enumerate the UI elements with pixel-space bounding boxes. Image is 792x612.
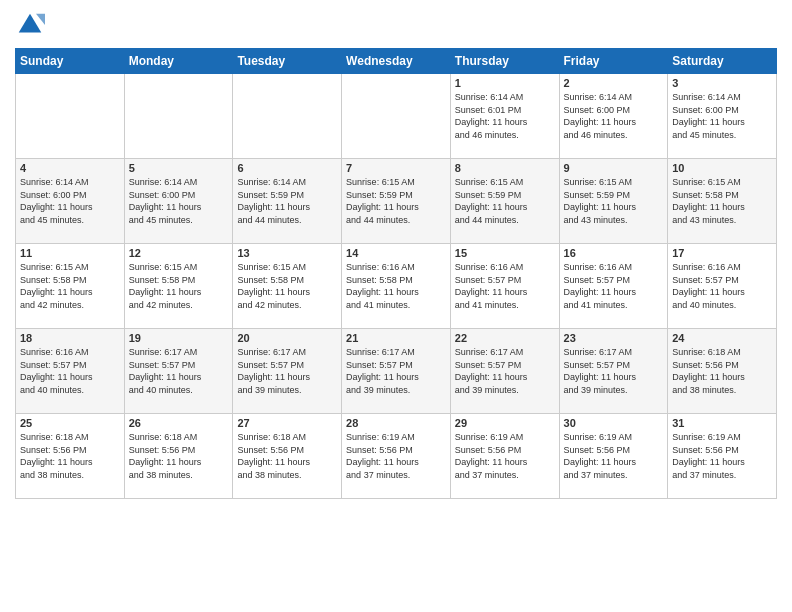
calendar-cell bbox=[124, 74, 233, 159]
day-number: 28 bbox=[346, 417, 446, 429]
day-number: 10 bbox=[672, 162, 772, 174]
calendar-cell: 13Sunrise: 6:15 AM Sunset: 5:58 PM Dayli… bbox=[233, 244, 342, 329]
day-number: 29 bbox=[455, 417, 555, 429]
calendar-cell: 12Sunrise: 6:15 AM Sunset: 5:58 PM Dayli… bbox=[124, 244, 233, 329]
weekday-tuesday: Tuesday bbox=[233, 49, 342, 74]
day-info: Sunrise: 6:15 AM Sunset: 5:58 PM Dayligh… bbox=[20, 261, 120, 311]
logo bbox=[15, 10, 47, 40]
day-info: Sunrise: 6:16 AM Sunset: 5:57 PM Dayligh… bbox=[564, 261, 664, 311]
calendar-cell bbox=[16, 74, 125, 159]
calendar-week-4: 25Sunrise: 6:18 AM Sunset: 5:56 PM Dayli… bbox=[16, 414, 777, 499]
day-number: 18 bbox=[20, 332, 120, 344]
day-number: 19 bbox=[129, 332, 229, 344]
calendar-cell: 19Sunrise: 6:17 AM Sunset: 5:57 PM Dayli… bbox=[124, 329, 233, 414]
day-number: 14 bbox=[346, 247, 446, 259]
day-info: Sunrise: 6:15 AM Sunset: 5:58 PM Dayligh… bbox=[672, 176, 772, 226]
day-info: Sunrise: 6:15 AM Sunset: 5:59 PM Dayligh… bbox=[455, 176, 555, 226]
calendar-cell: 15Sunrise: 6:16 AM Sunset: 5:57 PM Dayli… bbox=[450, 244, 559, 329]
calendar-cell: 8Sunrise: 6:15 AM Sunset: 5:59 PM Daylig… bbox=[450, 159, 559, 244]
day-info: Sunrise: 6:19 AM Sunset: 5:56 PM Dayligh… bbox=[672, 431, 772, 481]
calendar-cell: 1Sunrise: 6:14 AM Sunset: 6:01 PM Daylig… bbox=[450, 74, 559, 159]
day-number: 6 bbox=[237, 162, 337, 174]
day-info: Sunrise: 6:19 AM Sunset: 5:56 PM Dayligh… bbox=[564, 431, 664, 481]
day-number: 22 bbox=[455, 332, 555, 344]
calendar-cell: 27Sunrise: 6:18 AM Sunset: 5:56 PM Dayli… bbox=[233, 414, 342, 499]
calendar-cell: 2Sunrise: 6:14 AM Sunset: 6:00 PM Daylig… bbox=[559, 74, 668, 159]
calendar-cell: 29Sunrise: 6:19 AM Sunset: 5:56 PM Dayli… bbox=[450, 414, 559, 499]
day-number: 12 bbox=[129, 247, 229, 259]
weekday-friday: Friday bbox=[559, 49, 668, 74]
logo-icon bbox=[15, 10, 45, 40]
day-info: Sunrise: 6:19 AM Sunset: 5:56 PM Dayligh… bbox=[346, 431, 446, 481]
calendar-cell: 7Sunrise: 6:15 AM Sunset: 5:59 PM Daylig… bbox=[342, 159, 451, 244]
day-number: 8 bbox=[455, 162, 555, 174]
day-info: Sunrise: 6:18 AM Sunset: 5:56 PM Dayligh… bbox=[237, 431, 337, 481]
calendar-cell: 11Sunrise: 6:15 AM Sunset: 5:58 PM Dayli… bbox=[16, 244, 125, 329]
day-number: 15 bbox=[455, 247, 555, 259]
day-info: Sunrise: 6:14 AM Sunset: 6:00 PM Dayligh… bbox=[20, 176, 120, 226]
calendar-cell: 4Sunrise: 6:14 AM Sunset: 6:00 PM Daylig… bbox=[16, 159, 125, 244]
calendar-cell: 3Sunrise: 6:14 AM Sunset: 6:00 PM Daylig… bbox=[668, 74, 777, 159]
day-number: 2 bbox=[564, 77, 664, 89]
calendar-cell: 24Sunrise: 6:18 AM Sunset: 5:56 PM Dayli… bbox=[668, 329, 777, 414]
day-number: 13 bbox=[237, 247, 337, 259]
calendar-cell: 14Sunrise: 6:16 AM Sunset: 5:58 PM Dayli… bbox=[342, 244, 451, 329]
day-number: 21 bbox=[346, 332, 446, 344]
day-info: Sunrise: 6:17 AM Sunset: 5:57 PM Dayligh… bbox=[455, 346, 555, 396]
calendar-cell: 9Sunrise: 6:15 AM Sunset: 5:59 PM Daylig… bbox=[559, 159, 668, 244]
calendar-cell bbox=[233, 74, 342, 159]
day-number: 20 bbox=[237, 332, 337, 344]
day-info: Sunrise: 6:15 AM Sunset: 5:59 PM Dayligh… bbox=[346, 176, 446, 226]
weekday-header-row: SundayMondayTuesdayWednesdayThursdayFrid… bbox=[16, 49, 777, 74]
day-info: Sunrise: 6:17 AM Sunset: 5:57 PM Dayligh… bbox=[564, 346, 664, 396]
day-info: Sunrise: 6:16 AM Sunset: 5:57 PM Dayligh… bbox=[455, 261, 555, 311]
calendar-week-3: 18Sunrise: 6:16 AM Sunset: 5:57 PM Dayli… bbox=[16, 329, 777, 414]
day-number: 5 bbox=[129, 162, 229, 174]
calendar-week-2: 11Sunrise: 6:15 AM Sunset: 5:58 PM Dayli… bbox=[16, 244, 777, 329]
day-number: 3 bbox=[672, 77, 772, 89]
day-number: 16 bbox=[564, 247, 664, 259]
calendar-cell: 25Sunrise: 6:18 AM Sunset: 5:56 PM Dayli… bbox=[16, 414, 125, 499]
calendar-cell: 21Sunrise: 6:17 AM Sunset: 5:57 PM Dayli… bbox=[342, 329, 451, 414]
day-number: 17 bbox=[672, 247, 772, 259]
calendar-cell: 20Sunrise: 6:17 AM Sunset: 5:57 PM Dayli… bbox=[233, 329, 342, 414]
day-info: Sunrise: 6:14 AM Sunset: 6:00 PM Dayligh… bbox=[129, 176, 229, 226]
calendar-cell bbox=[342, 74, 451, 159]
calendar-cell: 23Sunrise: 6:17 AM Sunset: 5:57 PM Dayli… bbox=[559, 329, 668, 414]
svg-marker-0 bbox=[19, 14, 42, 33]
day-number: 31 bbox=[672, 417, 772, 429]
day-number: 11 bbox=[20, 247, 120, 259]
weekday-sunday: Sunday bbox=[16, 49, 125, 74]
calendar-table: SundayMondayTuesdayWednesdayThursdayFrid… bbox=[15, 48, 777, 499]
day-number: 25 bbox=[20, 417, 120, 429]
day-number: 23 bbox=[564, 332, 664, 344]
calendar-cell: 18Sunrise: 6:16 AM Sunset: 5:57 PM Dayli… bbox=[16, 329, 125, 414]
day-number: 4 bbox=[20, 162, 120, 174]
day-info: Sunrise: 6:14 AM Sunset: 6:00 PM Dayligh… bbox=[672, 91, 772, 141]
weekday-saturday: Saturday bbox=[668, 49, 777, 74]
calendar-cell: 22Sunrise: 6:17 AM Sunset: 5:57 PM Dayli… bbox=[450, 329, 559, 414]
day-info: Sunrise: 6:15 AM Sunset: 5:58 PM Dayligh… bbox=[129, 261, 229, 311]
day-info: Sunrise: 6:17 AM Sunset: 5:57 PM Dayligh… bbox=[237, 346, 337, 396]
day-number: 24 bbox=[672, 332, 772, 344]
calendar-cell: 30Sunrise: 6:19 AM Sunset: 5:56 PM Dayli… bbox=[559, 414, 668, 499]
calendar-cell: 31Sunrise: 6:19 AM Sunset: 5:56 PM Dayli… bbox=[668, 414, 777, 499]
day-info: Sunrise: 6:16 AM Sunset: 5:57 PM Dayligh… bbox=[672, 261, 772, 311]
day-number: 1 bbox=[455, 77, 555, 89]
day-info: Sunrise: 6:18 AM Sunset: 5:56 PM Dayligh… bbox=[129, 431, 229, 481]
weekday-monday: Monday bbox=[124, 49, 233, 74]
day-info: Sunrise: 6:18 AM Sunset: 5:56 PM Dayligh… bbox=[20, 431, 120, 481]
day-number: 7 bbox=[346, 162, 446, 174]
calendar-week-0: 1Sunrise: 6:14 AM Sunset: 6:01 PM Daylig… bbox=[16, 74, 777, 159]
day-number: 27 bbox=[237, 417, 337, 429]
calendar-cell: 6Sunrise: 6:14 AM Sunset: 5:59 PM Daylig… bbox=[233, 159, 342, 244]
day-info: Sunrise: 6:15 AM Sunset: 5:59 PM Dayligh… bbox=[564, 176, 664, 226]
page-header bbox=[15, 10, 777, 40]
day-info: Sunrise: 6:14 AM Sunset: 6:00 PM Dayligh… bbox=[564, 91, 664, 141]
day-info: Sunrise: 6:16 AM Sunset: 5:57 PM Dayligh… bbox=[20, 346, 120, 396]
day-number: 9 bbox=[564, 162, 664, 174]
calendar-cell: 16Sunrise: 6:16 AM Sunset: 5:57 PM Dayli… bbox=[559, 244, 668, 329]
day-info: Sunrise: 6:18 AM Sunset: 5:56 PM Dayligh… bbox=[672, 346, 772, 396]
day-info: Sunrise: 6:15 AM Sunset: 5:58 PM Dayligh… bbox=[237, 261, 337, 311]
day-number: 30 bbox=[564, 417, 664, 429]
